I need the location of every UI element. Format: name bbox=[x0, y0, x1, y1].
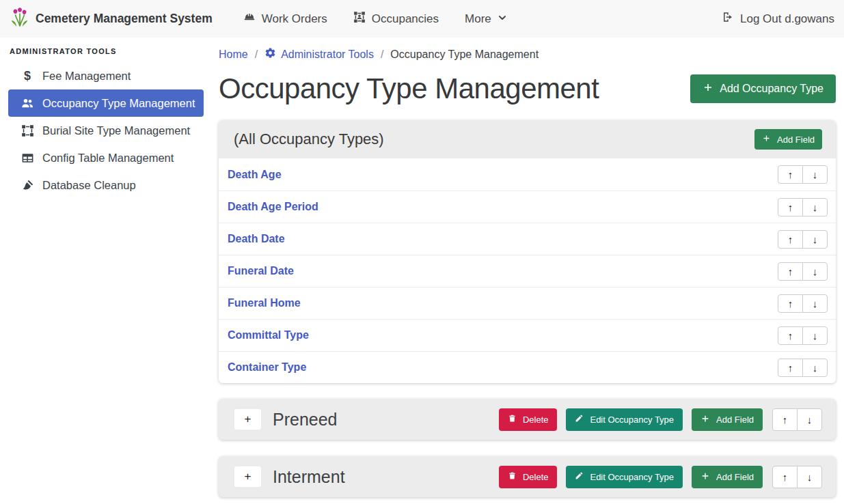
field-link[interactable]: Funeral Date bbox=[228, 265, 294, 277]
move-up-button[interactable]: ↑ bbox=[778, 230, 803, 249]
field-link[interactable]: Death Age bbox=[228, 169, 282, 181]
move-up-button[interactable]: ↑ bbox=[778, 326, 803, 345]
delete-button[interactable]: Delete bbox=[499, 408, 558, 431]
field-link[interactable]: Death Date bbox=[228, 233, 285, 245]
chevron-down-icon bbox=[498, 12, 507, 26]
all-occupancy-types-title: (All Occupancy Types) bbox=[234, 130, 384, 148]
arrow-down-icon: ↓ bbox=[813, 298, 818, 309]
nav-occupancies[interactable]: Occupancies bbox=[340, 11, 452, 27]
arrow-down-icon: ↓ bbox=[807, 471, 813, 483]
add-occupancy-type-button[interactable]: Add Occupancy Type bbox=[690, 74, 836, 103]
move-up-button[interactable]: ↑ bbox=[778, 294, 803, 313]
sidebar-item-label: Burial Site Type Management bbox=[42, 124, 190, 137]
move-up-button[interactable]: ↑ bbox=[778, 198, 803, 216]
pencil-icon bbox=[575, 471, 584, 482]
arrow-down-icon: ↓ bbox=[813, 201, 818, 213]
move-up-button[interactable]: ↑ bbox=[778, 262, 803, 281]
sections: + Preneed Delete Edit Occupancy Type Add… bbox=[219, 399, 836, 497]
sidebar-item-label: Database Cleanup bbox=[42, 179, 136, 192]
sidebar-item-burial-site-type-management[interactable]: Burial Site Type Management bbox=[8, 117, 204, 144]
move-down-button[interactable]: ↓ bbox=[797, 466, 822, 488]
occupancy-type-section: + Preneed Delete Edit Occupancy Type Add… bbox=[219, 399, 836, 440]
plus-icon bbox=[700, 471, 710, 483]
expand-button[interactable]: + bbox=[234, 409, 261, 430]
breadcrumb-admin-tools-link[interactable]: Administrator Tools bbox=[264, 47, 374, 61]
nav-work-orders[interactable]: Work Orders bbox=[230, 11, 340, 27]
nav-more-label: More bbox=[465, 12, 491, 26]
arrow-up-icon: ↑ bbox=[788, 266, 793, 277]
reorder-button-group: ↑ ↓ bbox=[772, 466, 822, 488]
sign-out-icon bbox=[722, 11, 734, 27]
gear-icon bbox=[264, 47, 276, 61]
sidebar-item-config-table-management[interactable]: Config Table Management bbox=[8, 144, 204, 171]
move-up-button[interactable]: ↑ bbox=[772, 408, 798, 431]
field-link[interactable]: Committal Type bbox=[228, 329, 309, 341]
edit-occupancy-type-label: Edit Occupancy Type bbox=[590, 415, 674, 425]
breadcrumb-home-link[interactable]: Home bbox=[219, 48, 248, 61]
move-down-button[interactable]: ↓ bbox=[802, 165, 828, 184]
sidebar-item-database-cleanup[interactable]: Database Cleanup bbox=[8, 171, 204, 199]
logout-button[interactable]: Log Out d.gowans bbox=[722, 11, 834, 27]
sidebar: ADMINISTRATOR TOOLS $ Fee Management Occ… bbox=[0, 38, 212, 504]
sidebar-item-label: Config Table Management bbox=[42, 152, 174, 165]
section-title: Interment bbox=[273, 467, 345, 487]
field-row: Funeral Home ↑ ↓ bbox=[219, 287, 836, 319]
move-up-button[interactable]: ↑ bbox=[778, 359, 803, 377]
reorder-button-group: ↑ ↓ bbox=[778, 326, 828, 345]
broom-icon bbox=[20, 179, 35, 192]
arrow-up-icon: ↑ bbox=[782, 414, 788, 425]
sidebar-item-occupancy-type-management[interactable]: Occupancy Type Management bbox=[8, 89, 204, 117]
field-link[interactable]: Death Age Period bbox=[228, 201, 318, 213]
users-icon bbox=[20, 96, 35, 110]
breadcrumb-current: Occupancy Type Management bbox=[390, 48, 539, 61]
plus-icon bbox=[762, 134, 771, 145]
move-down-button[interactable]: ↓ bbox=[802, 326, 828, 345]
all-occupancy-types-card: (All Occupancy Types) Add Field Death Ag… bbox=[219, 120, 836, 383]
expand-button[interactable]: + bbox=[234, 466, 261, 487]
edit-occupancy-type-button[interactable]: Edit Occupancy Type bbox=[566, 408, 683, 431]
field-row: Container Type ↑ ↓ bbox=[219, 351, 836, 383]
field-row: Committal Type ↑ ↓ bbox=[219, 319, 836, 351]
arrow-down-icon: ↓ bbox=[807, 414, 813, 425]
add-field-button[interactable]: Add Field bbox=[692, 466, 763, 488]
field-link[interactable]: Container Type bbox=[228, 361, 306, 374]
reorder-button-group: ↑ ↓ bbox=[778, 294, 828, 313]
trash-icon bbox=[508, 471, 517, 482]
breadcrumb-admin-tools-label: Administrator Tools bbox=[281, 48, 374, 61]
sidebar-item-label: Occupancy Type Management bbox=[42, 97, 195, 110]
move-down-button[interactable]: ↓ bbox=[802, 262, 828, 281]
breadcrumb: Home / Administrator Tools / Occupancy T… bbox=[219, 43, 836, 61]
reorder-button-group: ↑ ↓ bbox=[778, 198, 828, 216]
sidebar-heading: ADMINISTRATOR TOOLS bbox=[8, 44, 204, 62]
arrow-up-icon: ↑ bbox=[788, 362, 793, 374]
arrow-down-icon: ↓ bbox=[813, 330, 818, 341]
move-up-button[interactable]: ↑ bbox=[772, 466, 798, 488]
move-down-button[interactable]: ↓ bbox=[802, 230, 828, 249]
add-field-button[interactable]: Add Field bbox=[692, 408, 763, 431]
field-link[interactable]: Funeral Home bbox=[228, 297, 301, 309]
arrow-up-icon: ↑ bbox=[782, 471, 788, 483]
move-down-button[interactable]: ↓ bbox=[802, 198, 828, 216]
reorder-button-group: ↑ ↓ bbox=[778, 359, 828, 377]
sidebar-item-fee-management[interactable]: $ Fee Management bbox=[8, 62, 204, 89]
arrow-up-icon: ↑ bbox=[788, 201, 793, 213]
move-up-button[interactable]: ↑ bbox=[778, 165, 803, 184]
delete-button[interactable]: Delete bbox=[499, 466, 558, 488]
arrow-down-icon: ↓ bbox=[813, 362, 818, 374]
add-field-button[interactable]: Add Field bbox=[754, 129, 822, 150]
move-down-button[interactable]: ↓ bbox=[802, 359, 828, 377]
add-field-label: Add Field bbox=[716, 472, 754, 482]
trash-icon bbox=[508, 414, 517, 425]
sidebar-item-label: Fee Management bbox=[42, 70, 131, 83]
field-list: Death Age ↑ ↓ Death Age Period ↑ ↓ Death… bbox=[219, 158, 836, 383]
arrow-up-icon: ↑ bbox=[788, 298, 793, 309]
edit-occupancy-type-button[interactable]: Edit Occupancy Type bbox=[566, 466, 683, 488]
reorder-button-group: ↑ ↓ bbox=[778, 165, 828, 184]
move-down-button[interactable]: ↓ bbox=[797, 408, 822, 431]
nav-more[interactable]: More bbox=[452, 12, 520, 26]
move-down-button[interactable]: ↓ bbox=[802, 294, 828, 313]
field-row: Funeral Date ↑ ↓ bbox=[219, 255, 836, 287]
app-title: Cemetery Management System bbox=[36, 12, 213, 26]
tulips-logo-icon bbox=[10, 7, 30, 31]
plus-icon bbox=[700, 414, 710, 425]
